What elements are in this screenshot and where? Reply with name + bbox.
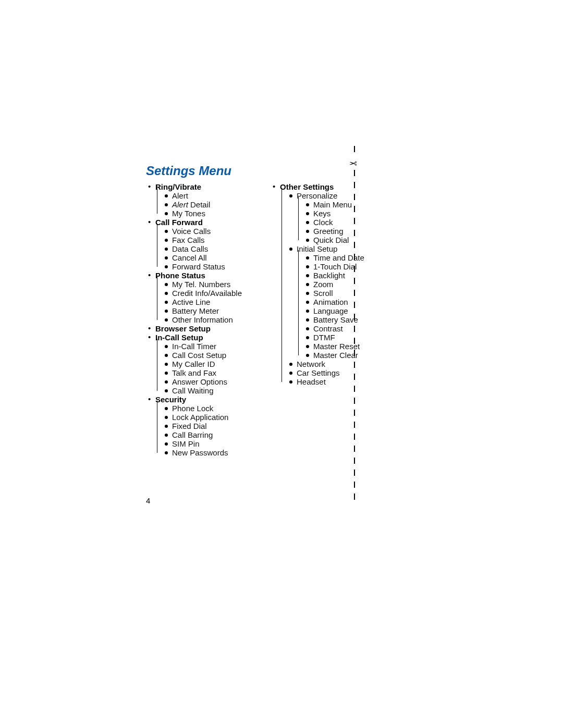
menu-item-label: Browser Setup [155, 324, 211, 333]
menu-item-label: Call Forward [155, 218, 203, 227]
cut-dash [354, 410, 355, 416]
menu-item-label: In-Call Timer [172, 342, 216, 351]
menu-item-label: Personalize [297, 191, 337, 200]
menu-item: Call Waiting [165, 386, 242, 395]
menu-item-label: Voice Calls [172, 227, 211, 236]
menu-item: Alert [165, 191, 242, 200]
cut-dash [354, 182, 355, 188]
menu-item-label: In-Call Setup [155, 333, 203, 342]
menu-item: Other SettingsPersonalizeMain MenuKeysCl… [271, 182, 364, 386]
menu-item-label: Battery Meter [172, 306, 219, 315]
cut-dash [354, 266, 355, 272]
menu-item-label: Phone Status [155, 271, 205, 280]
cut-dash [354, 218, 355, 224]
cut-dash [354, 170, 355, 176]
menu-list-level-1: Ring/VibrateAlertAlert DetailMy TonesCal… [146, 182, 242, 457]
menu-item: Call ForwardVoice CallsFax CallsData Cal… [146, 218, 242, 271]
menu-item: My Tel. Numbers [165, 280, 242, 289]
menu-item-label: Animation [313, 298, 348, 306]
menu-item-label: Contrast [313, 324, 343, 333]
menu-item: Forward Status [165, 262, 242, 271]
cut-dash [354, 493, 355, 500]
menu-item-label: Keys [313, 209, 331, 218]
cut-dash [354, 326, 355, 332]
cut-dash [354, 314, 355, 320]
menu-item-label: Zoom [313, 280, 333, 289]
menu-item-label: DTMF [313, 333, 335, 342]
cut-dash [354, 302, 355, 308]
menu-item-label: Greeting [313, 227, 344, 236]
cut-dash [354, 434, 355, 440]
cut-dash [354, 350, 355, 356]
menu-columns: Ring/VibrateAlertAlert DetailMy TonesCal… [146, 182, 364, 457]
menu-item-label: Cancel All [172, 253, 207, 262]
cut-dash [354, 446, 355, 452]
menu-item-label: Fixed Dial [172, 422, 207, 430]
cut-line: ✂ [351, 146, 358, 511]
menu-item: Lock Application [165, 413, 242, 422]
cut-dash [354, 194, 355, 200]
menu-item-label: My Tel. Numbers [172, 280, 230, 289]
menu-item: SIM Pin [165, 439, 242, 448]
menu-item: Alert Detail [165, 200, 242, 209]
cut-dash [354, 422, 355, 428]
menu-item-label: Call Waiting [172, 386, 213, 395]
menu-item-label: Forward Status [172, 262, 225, 271]
menu-item-label: Scroll [313, 289, 333, 298]
cut-dash [354, 146, 355, 152]
menu-list-level-2: AlertAlert DetailMy Tones [155, 191, 242, 218]
menu-list-level-1: Other SettingsPersonalizeMain MenuKeysCl… [271, 182, 364, 386]
cut-dash [354, 362, 355, 368]
cut-dash [354, 374, 355, 380]
menu-item: Active Line [165, 298, 242, 306]
menu-item-label: Lock Application [172, 413, 228, 422]
menu-item: Fixed Dial [165, 422, 242, 430]
menu-item-label: Backlight [313, 271, 345, 280]
menu-item: In-Call Timer [165, 342, 242, 351]
menu-item-label: Network [297, 360, 325, 368]
cut-dash [354, 242, 355, 248]
menu-item-label: Quick Dial [313, 236, 349, 244]
cut-dash [354, 278, 355, 284]
menu-item: Battery Meter [165, 306, 242, 315]
menu-item: Credit Info/Available [165, 289, 242, 298]
menu-item-label: Car Settings [297, 368, 340, 377]
menu-item: Cancel All [165, 253, 242, 262]
menu-item: Talk and Fax [165, 368, 242, 377]
cut-dash [354, 470, 355, 476]
menu-item-label: My Caller ID [172, 360, 215, 368]
cut-dash [354, 398, 355, 404]
menu-item-label: Ring/Vibrate [155, 182, 201, 191]
menu-item: Data Calls [165, 244, 242, 253]
menu-item-label: Initial Setup [297, 244, 337, 253]
menu-item: Browser Setup [146, 324, 242, 333]
menu-item-label: New Passwords [172, 448, 228, 457]
page-number: 4 [146, 496, 150, 505]
menu-item-label: Alert Detail [172, 200, 210, 209]
menu-item-label: Headset [297, 377, 326, 386]
left-column: Ring/VibrateAlertAlert DetailMy TonesCal… [146, 182, 242, 457]
menu-item: Call Barring [165, 430, 242, 439]
menu-item: Phone Lock [165, 404, 242, 413]
menu-item: Fax Calls [165, 236, 242, 244]
menu-item: SecurityPhone LockLock ApplicationFixed … [146, 395, 242, 457]
cut-dash [354, 230, 355, 236]
menu-item-label: Clock [313, 218, 333, 227]
menu-item-label: Data Calls [172, 244, 208, 253]
menu-item: In-Call SetupIn-Call TimerCall Cost Setu… [146, 333, 242, 395]
menu-item: Call Cost Setup [165, 351, 242, 360]
menu-item-label: Credit Info/Available [172, 289, 242, 298]
cut-dash [354, 338, 355, 344]
menu-item-label: My Tones [172, 209, 205, 218]
menu-item-label: Other Settings [280, 182, 334, 191]
cut-dash [354, 482, 355, 488]
cut-dash [354, 254, 355, 260]
menu-item: Ring/VibrateAlertAlert DetailMy Tones [146, 182, 242, 218]
menu-list-level-2: My Tel. NumbersCredit Info/AvailableActi… [155, 280, 242, 324]
menu-item: New Passwords [165, 448, 242, 457]
menu-item-label: Fax Calls [172, 236, 205, 244]
menu-item-label: Main Menu [313, 200, 352, 209]
menu-item: Phone StatusMy Tel. NumbersCredit Info/A… [146, 271, 242, 324]
page: Settings Menu Ring/VibrateAlertAlert Det… [0, 0, 563, 728]
menu-item-label: Talk and Fax [172, 368, 216, 377]
